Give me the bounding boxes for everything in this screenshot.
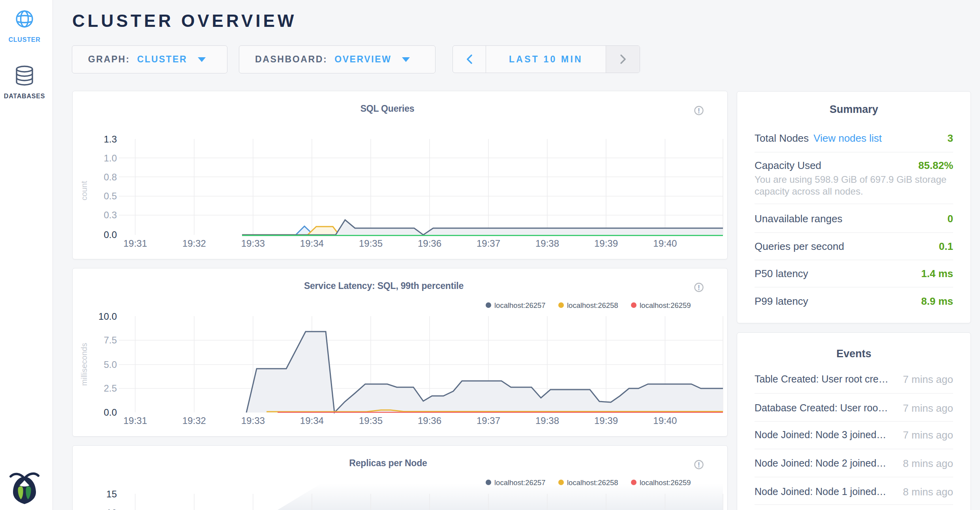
svg-text:19:37: 19:37 <box>477 238 500 249</box>
svg-text:19:36: 19:36 <box>418 415 441 426</box>
svg-text:0.5: 0.5 <box>104 191 117 201</box>
svg-text:milliseconds: milliseconds <box>80 343 88 386</box>
svg-text:1.3: 1.3 <box>104 134 117 144</box>
svg-text:19:40: 19:40 <box>653 238 677 249</box>
svg-text:1.0: 1.0 <box>104 153 117 163</box>
svg-text:SQL Queries: SQL Queries <box>360 103 415 114</box>
svg-text:15: 15 <box>106 489 117 499</box>
svg-text:localhost:26259: localhost:26259 <box>640 301 691 309</box>
svg-text:19:32: 19:32 <box>182 238 206 249</box>
svg-text:19:34: 19:34 <box>300 415 324 426</box>
svg-text:19:35: 19:35 <box>359 415 383 426</box>
svg-text:7.5: 7.5 <box>104 335 117 345</box>
svg-text:19:35: 19:35 <box>359 238 383 249</box>
svg-text:19:37: 19:37 <box>477 415 500 426</box>
svg-text:0.0: 0.0 <box>104 407 117 418</box>
svg-text:19:31: 19:31 <box>123 415 147 426</box>
svg-text:!: ! <box>698 107 700 115</box>
svg-text:19:32: 19:32 <box>182 415 206 426</box>
svg-text:19:33: 19:33 <box>241 238 265 249</box>
svg-text:Replicas per Node: Replicas per Node <box>349 458 427 468</box>
svg-text:0.0: 0.0 <box>104 229 117 240</box>
svg-text:localhost:26258: localhost:26258 <box>567 301 618 309</box>
svg-text:2.5: 2.5 <box>104 383 117 394</box>
svg-text:19:33: 19:33 <box>241 415 265 426</box>
svg-text:10: 10 <box>106 508 117 510</box>
svg-text:!: ! <box>698 283 700 292</box>
svg-text:count: count <box>80 181 88 200</box>
svg-text:10.0: 10.0 <box>98 311 117 322</box>
svg-text:0.3: 0.3 <box>104 210 117 220</box>
svg-text:19:36: 19:36 <box>418 238 441 249</box>
svg-text:5.0: 5.0 <box>104 359 117 370</box>
svg-text:19:40: 19:40 <box>653 415 677 426</box>
svg-text:19:39: 19:39 <box>594 238 618 249</box>
svg-text:!: ! <box>698 461 700 469</box>
svg-text:19:39: 19:39 <box>594 415 618 426</box>
svg-text:localhost:26257: localhost:26257 <box>494 301 546 309</box>
svg-text:0.8: 0.8 <box>104 172 117 182</box>
svg-text:19:38: 19:38 <box>535 238 559 249</box>
svg-text:Service Latency: SQL, 99th per: Service Latency: SQL, 99th percentile <box>304 281 464 291</box>
svg-text:19:31: 19:31 <box>123 238 147 249</box>
svg-text:19:38: 19:38 <box>535 415 559 426</box>
svg-text:19:34: 19:34 <box>300 238 324 249</box>
